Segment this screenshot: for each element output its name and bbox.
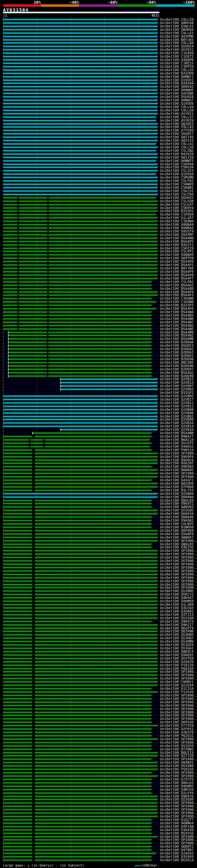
alignment-bar[interactable] [3, 782, 150, 784]
alignment-bar[interactable] [3, 574, 156, 575]
alignment-bar[interactable] [3, 530, 156, 531]
alignment-bar[interactable] [3, 503, 150, 504]
alignment-bar[interactable] [3, 852, 155, 854]
alignment-bar[interactable] [3, 624, 156, 626]
alignment-bar[interactable] [3, 426, 156, 427]
alignment-bar[interactable] [3, 49, 156, 51]
alignment-bar[interactable] [3, 439, 149, 441]
alignment-bar[interactable] [3, 651, 156, 652]
alignment-bar[interactable] [3, 22, 156, 24]
alignment-bar[interactable] [3, 681, 156, 683]
alignment-bar[interactable] [3, 110, 156, 111]
alignment-bar[interactable] [3, 315, 150, 316]
alignment-bar[interactable] [3, 802, 156, 804]
alignment-bar[interactable] [3, 133, 156, 134]
hit-label[interactable]: UniRef100_B7ZBW3 [160, 748, 194, 751]
hit-label[interactable]: UniRef100_Q2VB06 [160, 411, 194, 415]
alignment-bar[interactable] [3, 671, 156, 673]
alignment-bar[interactable] [3, 180, 156, 182]
alignment-bar[interactable] [9, 345, 151, 346]
alignment-bar[interactable] [3, 80, 156, 81]
alignment-bar[interactable] [3, 449, 150, 451]
hit-label[interactable]: UniRef100_C5LU37 [160, 203, 194, 206]
alignment-bar[interactable] [3, 799, 156, 800]
alignment-bar[interactable] [61, 389, 156, 390]
alignment-bar[interactable] [3, 829, 150, 831]
alignment-bar[interactable] [61, 429, 156, 430]
alignment-bar[interactable] [3, 785, 150, 787]
alignment-bar[interactable] [3, 147, 156, 148]
alignment-bar[interactable] [3, 89, 156, 91]
alignment-bar[interactable] [3, 459, 156, 461]
alignment-bar[interactable] [3, 695, 150, 696]
alignment-bar[interactable] [3, 742, 150, 743]
alignment-bar[interactable] [3, 607, 156, 609]
alignment-bar[interactable] [3, 106, 156, 108]
alignment-bar[interactable] [3, 533, 156, 535]
alignment-bar[interactable] [3, 238, 156, 239]
alignment-bar[interactable] [3, 190, 156, 192]
alignment-bar[interactable] [3, 325, 150, 327]
alignment-bar[interactable] [9, 338, 151, 340]
alignment-bar[interactable] [3, 805, 156, 807]
alignment-bar[interactable] [3, 419, 156, 420]
alignment-bar[interactable] [3, 638, 156, 639]
alignment-bar[interactable] [3, 281, 150, 283]
alignment-bar[interactable] [9, 362, 151, 363]
alignment-bar[interactable] [3, 261, 156, 262]
alignment-bar[interactable] [3, 688, 150, 689]
alignment-bar[interactable] [3, 298, 150, 299]
alignment-bar[interactable] [3, 234, 156, 236]
alignment-bar[interactable] [3, 587, 156, 588]
alignment-bar[interactable] [3, 509, 156, 511]
alignment-bar[interactable] [9, 375, 151, 377]
alignment-bar[interactable] [3, 140, 156, 141]
alignment-bar[interactable] [3, 230, 156, 232]
alignment-bar[interactable] [3, 96, 156, 98]
alignment-bar[interactable] [3, 809, 156, 810]
alignment-bar[interactable] [3, 544, 150, 545]
alignment-bar[interactable] [3, 762, 156, 763]
alignment-bar[interactable] [3, 849, 150, 851]
alignment-bar[interactable] [3, 523, 150, 525]
alignment-bar[interactable] [3, 257, 156, 259]
alignment-bar[interactable] [3, 493, 156, 495]
alignment-bar[interactable] [61, 382, 156, 383]
alignment-bar[interactable] [3, 463, 156, 464]
alignment-bar[interactable] [3, 39, 156, 41]
alignment-bar[interactable] [3, 45, 156, 47]
alignment-bar[interactable] [3, 412, 156, 414]
alignment-bar[interactable] [3, 278, 156, 279]
alignment-bar[interactable] [3, 752, 156, 753]
alignment-bar[interactable] [61, 378, 156, 380]
alignment-bar[interactable] [3, 634, 156, 636]
alignment-bar[interactable] [3, 204, 156, 206]
hit-label[interactable]: UniRef100_B5A4Q2 [160, 371, 194, 374]
alignment-bar[interactable] [3, 789, 150, 790]
alignment-bar[interactable] [9, 359, 151, 360]
alignment-bar[interactable] [3, 456, 156, 458]
alignment-bar[interactable] [3, 399, 156, 400]
alignment-bar[interactable] [3, 604, 156, 606]
alignment-bar[interactable] [3, 113, 156, 115]
alignment-bar[interactable] [3, 654, 156, 656]
alignment-bar[interactable] [3, 150, 155, 152]
alignment-bar[interactable] [3, 617, 156, 619]
alignment-bar[interactable] [3, 184, 156, 185]
alignment-bar[interactable] [3, 56, 156, 57]
alignment-bar[interactable] [3, 483, 156, 484]
alignment-bar[interactable] [3, 197, 155, 198]
alignment-bar[interactable] [3, 409, 156, 410]
alignment-bar[interactable] [3, 126, 156, 128]
alignment-bar[interactable] [3, 120, 155, 121]
alignment-bar[interactable] [3, 600, 156, 602]
alignment-bar[interactable] [3, 758, 150, 760]
alignment-bar[interactable] [3, 241, 156, 242]
alignment-bar[interactable] [3, 779, 150, 780]
alignment-bar[interactable] [3, 715, 150, 716]
alignment-bar[interactable] [3, 775, 156, 777]
alignment-bar[interactable] [33, 432, 151, 434]
hit-label[interactable]: UniRef100_A6MWT5 [160, 159, 194, 162]
alignment-bar[interactable] [3, 214, 155, 215]
alignment-bar[interactable] [3, 318, 150, 320]
